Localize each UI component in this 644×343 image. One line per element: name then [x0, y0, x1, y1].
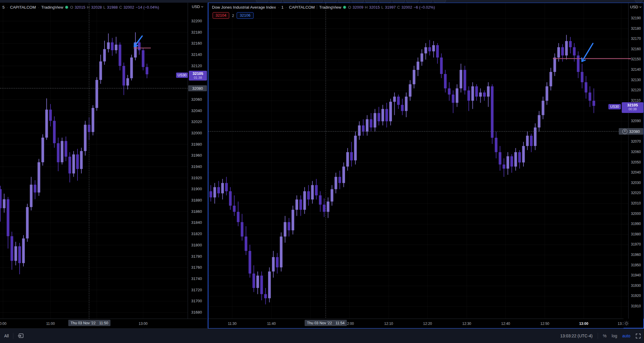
- price-tick-label: 32130: [631, 78, 641, 82]
- candle-body: [34, 185, 37, 192]
- toolbar-button[interactable]: [433, 0, 446, 3]
- toolbar-button[interactable]: [311, 0, 323, 3]
- candle-body: [409, 84, 412, 97]
- toolbar-button[interactable]: [420, 0, 432, 3]
- candle-body: [374, 113, 376, 127]
- platform-label: TradingView: [41, 5, 63, 10]
- candle-body: [592, 101, 595, 106]
- top-toolbar-strip: [0, 0, 644, 3]
- candle-body: [245, 237, 247, 251]
- candle-body: [30, 185, 33, 207]
- go-to-date-icon[interactable]: [18, 333, 24, 339]
- candle-body: [233, 206, 235, 212]
- toolbar-button[interactable]: [365, 0, 378, 3]
- market-open-dot-icon[interactable]: [65, 6, 68, 9]
- toolbar-button[interactable]: [256, 0, 268, 3]
- range-all-button[interactable]: All: [4, 333, 9, 338]
- toolbar-button[interactable]: [393, 0, 405, 3]
- candle-body: [295, 199, 298, 210]
- price-tick-label: 32000: [631, 212, 641, 216]
- candle-body: [436, 45, 439, 58]
- right-time-axis[interactable]: 11:3011:4011:5012:0012:1012:2012:3012:40…: [208, 319, 624, 328]
- candle-body: [221, 183, 224, 193]
- currency-dropdown[interactable]: USD: [192, 4, 203, 9]
- toolbar-button[interactable]: [352, 0, 364, 3]
- candle-body: [581, 72, 583, 82]
- right-chart-canvas[interactable]: [208, 3, 628, 319]
- price-tick-label: 31980: [191, 142, 202, 147]
- candle-body: [103, 49, 106, 61]
- bottom-left-group: All: [4, 329, 24, 343]
- candle-body: [534, 128, 537, 146]
- left-symbol-legend[interactable]: 5 · CAPITALCOM · TradingView O32015 H320…: [2, 4, 159, 10]
- toolbar-button[interactable]: [379, 0, 391, 3]
- candle-body: [393, 97, 396, 102]
- candle-body: [225, 183, 228, 191]
- clock-readout[interactable]: 13:03:22 (UTC-4): [560, 333, 593, 338]
- price-tick-label: 32180: [631, 26, 641, 31]
- candle-body: [0, 189, 2, 208]
- price-tick-label: 31720: [191, 288, 202, 292]
- toolbar-button[interactable]: [406, 0, 419, 3]
- candle-body: [76, 155, 79, 169]
- sun-icon[interactable]: [624, 321, 629, 327]
- toolbar-button[interactable]: [297, 0, 309, 3]
- candle-body: [471, 86, 474, 100]
- currency-dropdown[interactable]: USD: [630, 5, 642, 9]
- percent-scale-button[interactable]: %: [603, 333, 607, 338]
- toolbar-button[interactable]: [324, 0, 337, 3]
- candle-body: [146, 67, 148, 74]
- toolbar-button[interactable]: [338, 0, 350, 3]
- candle-body: [338, 177, 341, 183]
- price-tick-label: 31960: [191, 153, 202, 158]
- time-tick-label: 12:30: [459, 322, 474, 326]
- crosshair-price-label: + 32080: [619, 128, 643, 135]
- candle-body: [130, 57, 133, 78]
- right-price-scale[interactable]: 3219032180321703216032150321403213032120…: [628, 3, 644, 319]
- log-scale-button[interactable]: log: [612, 333, 617, 338]
- price-tick-label: 31920: [631, 294, 641, 298]
- candle-body: [11, 236, 13, 261]
- candle-body: [370, 119, 372, 128]
- toolbar-button[interactable]: [283, 0, 296, 3]
- candle-body: [362, 125, 365, 132]
- candle-body: [456, 88, 458, 103]
- candle-body: [510, 156, 513, 167]
- candle-body: [272, 257, 275, 271]
- price-tick-label: 32120: [631, 88, 641, 92]
- candle-body: [252, 273, 255, 288]
- change-value: −6 (−0.02%): [414, 5, 435, 10]
- candle-body: [354, 136, 357, 161]
- toolbar-button[interactable]: [635, 0, 643, 3]
- high-value: 32015: [369, 5, 380, 10]
- left-chart-canvas[interactable]: [0, 2, 188, 319]
- price-tick-label: 32090: [631, 119, 641, 123]
- open-letter: O: [348, 5, 351, 10]
- candle-body: [7, 199, 10, 236]
- candle-body: [401, 105, 404, 111]
- currency-label: USD: [192, 4, 200, 9]
- add-alert-plus-icon[interactable]: +: [622, 129, 627, 134]
- auto-scale-button[interactable]: auto: [622, 333, 630, 338]
- price-tick-label: 32110: [631, 98, 640, 103]
- toolbar-button[interactable]: [270, 0, 282, 3]
- candle-body: [561, 47, 564, 56]
- crosshair-price-label: 32080: [188, 85, 207, 91]
- ask-button[interactable]: 32106: [237, 12, 253, 19]
- time-tick-label: 12:40: [498, 322, 513, 326]
- market-open-dot-icon[interactable]: [343, 6, 346, 9]
- candle-body: [514, 152, 517, 166]
- price-tick-label: 32140: [191, 52, 202, 57]
- bottom-right-group: 13:03:22 (UTC-4) % log auto: [560, 329, 641, 343]
- left-price-scale[interactable]: 3220032180321603214032120321003208032060…: [188, 2, 207, 319]
- right-symbol-legend[interactable]: Dow Jones Industrial Average Index · 1 ·…: [212, 4, 435, 10]
- separator-dot: ·: [38, 5, 39, 10]
- fullscreen-icon[interactable]: [635, 333, 641, 339]
- divider: [598, 333, 598, 339]
- candle-body: [61, 141, 64, 162]
- last-price-value: 32105: [189, 71, 207, 76]
- low-letter: L: [381, 5, 383, 10]
- bid-button[interactable]: 32104: [213, 12, 229, 19]
- close-letter: C: [119, 5, 122, 10]
- candle-body: [22, 238, 25, 263]
